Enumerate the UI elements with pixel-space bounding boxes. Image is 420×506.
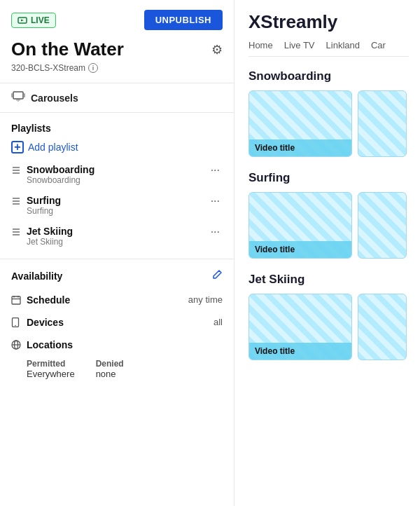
- live-label: LIVE: [31, 15, 50, 25]
- preview-section-title: Jet Skiing: [248, 273, 409, 287]
- preview-card-label: Video title: [249, 343, 351, 360]
- denied-col: Denied none: [96, 359, 124, 379]
- more-dots-icon[interactable]: ···: [208, 164, 223, 177]
- add-playlist-icon: +: [11, 141, 24, 153]
- more-dots-icon[interactable]: ···: [208, 195, 223, 207]
- locations-sub: Permitted Everywhere Denied none: [11, 357, 223, 379]
- info-icon[interactable]: i: [88, 63, 98, 73]
- avail-devices-row: Devices all: [11, 312, 223, 334]
- locations-label: Locations: [27, 339, 223, 350]
- svg-rect-15: [12, 296, 20, 304]
- list-icon: [11, 227, 21, 238]
- svg-point-20: [15, 325, 16, 327]
- availability-section: Availability Schedule any time: [0, 259, 234, 383]
- page-id-row: 320-BCLS-XStream i: [0, 63, 234, 83]
- carousels-label: Carousels: [31, 93, 78, 104]
- live-icon: [18, 15, 27, 25]
- availability-header: Availability: [11, 269, 223, 282]
- preview-card[interactable]: Video title: [248, 294, 352, 360]
- permitted-header: Permitted: [27, 359, 75, 369]
- edit-icon[interactable]: [211, 269, 223, 282]
- devices-value: all: [214, 317, 223, 327]
- playlist-item-left: Jet Skiing Jet Skiing: [11, 226, 73, 247]
- unpublish-button[interactable]: UNPUBLISH: [144, 10, 223, 30]
- preview-cards: Video title: [248, 192, 409, 259]
- carousels-icon: [11, 90, 25, 105]
- preview-cards: Video title: [248, 294, 409, 360]
- nav-car[interactable]: Car: [371, 40, 386, 50]
- add-playlist-button[interactable]: + Add playlist: [11, 141, 223, 153]
- playlist-name: Surfing: [27, 195, 61, 206]
- page-title-row: On the Water ⚙: [0, 37, 234, 63]
- svg-rect-3: [24, 93, 25, 97]
- svg-rect-4: [16, 100, 20, 101]
- top-bar: LIVE UNPUBLISH: [0, 0, 234, 37]
- playlists-label: Playlists: [11, 123, 223, 134]
- preview-card-label: Video title: [249, 241, 351, 258]
- carousels-section-header[interactable]: Carousels: [0, 83, 234, 112]
- nav-livetv[interactable]: Live TV: [284, 40, 315, 50]
- playlist-sub: Jet Skiing: [27, 237, 73, 247]
- playlist-sub: Snowboarding: [27, 175, 94, 185]
- preview-sections: SnowboardingVideo titleSurfingVideo titl…: [248, 69, 409, 360]
- list-icon: [11, 196, 21, 207]
- avail-locations-row: Locations: [11, 334, 223, 357]
- page-title: On the Water: [11, 39, 124, 60]
- playlist-text: Surfing Surfing: [27, 195, 61, 216]
- playlist-item[interactable]: Snowboarding Snowboarding ···: [11, 159, 223, 190]
- playlist-text: Snowboarding Snowboarding: [27, 164, 94, 185]
- playlist-item[interactable]: Surfing Surfing ···: [11, 190, 223, 221]
- availability-label: Availability: [11, 271, 62, 282]
- list-icon: [11, 165, 21, 177]
- playlist-item-left: Surfing Surfing: [11, 195, 61, 216]
- playlist-sub: Surfing: [27, 206, 61, 216]
- denied-header: Denied: [96, 359, 124, 369]
- playlists-container: Snowboarding Snowboarding ··· Surfing Su…: [11, 159, 223, 252]
- schedule-value: any time: [188, 294, 223, 305]
- permitted-value: Everywhere: [27, 369, 75, 379]
- playlists-section: Playlists + Add playlist Snowboarding Sn…: [0, 113, 234, 256]
- playlist-item[interactable]: Jet Skiing Jet Skiing ···: [11, 221, 223, 252]
- playlist-text: Jet Skiing Jet Skiing: [27, 226, 73, 247]
- playlist-item-left: Snowboarding Snowboarding: [11, 164, 94, 185]
- right-panel: XStreamly Home Live TV Linkland Car Snow…: [234, 0, 420, 506]
- preview-card[interactable]: Video title: [248, 192, 352, 259]
- live-badge: LIVE: [11, 13, 56, 28]
- nav-bar: Home Live TV Linkland Car: [248, 40, 409, 57]
- preview-card[interactable]: [358, 192, 407, 259]
- denied-value: none: [96, 369, 124, 379]
- preview-card[interactable]: [358, 90, 407, 157]
- svg-rect-2: [11, 93, 13, 97]
- preview-section: SurfingVideo title: [248, 171, 409, 259]
- preview-cards: Video title: [248, 90, 409, 157]
- preview-card[interactable]: Video title: [248, 90, 352, 157]
- preview-section: Jet SkiingVideo title: [248, 273, 409, 360]
- nav-home[interactable]: Home: [248, 40, 273, 50]
- devices-label: Devices: [27, 317, 214, 328]
- schedule-label: Schedule: [27, 294, 188, 306]
- permitted-col: Permitted Everywhere: [27, 359, 75, 379]
- gear-icon[interactable]: ⚙: [211, 42, 223, 57]
- page-id-text: 320-BCLS-XStream: [11, 63, 85, 73]
- globe-icon: [11, 340, 27, 352]
- preview-card-label: Video title: [249, 139, 351, 156]
- playlist-name: Jet Skiing: [27, 226, 73, 237]
- more-dots-icon[interactable]: ···: [208, 226, 223, 238]
- preview-card[interactable]: [358, 294, 407, 360]
- playlist-name: Snowboarding: [27, 164, 94, 175]
- phone-icon: [11, 317, 27, 329]
- calendar-icon: [11, 295, 27, 307]
- avail-schedule-row: Schedule any time: [11, 289, 223, 312]
- nav-linkland[interactable]: Linkland: [326, 40, 360, 50]
- add-playlist-label: Add playlist: [28, 142, 78, 153]
- app-name: XStreamly: [248, 11, 409, 33]
- preview-section-title: Surfing: [248, 171, 409, 185]
- preview-section-title: Snowboarding: [248, 69, 409, 83]
- preview-section: SnowboardingVideo title: [248, 69, 409, 157]
- left-panel: LIVE UNPUBLISH On the Water ⚙ 320-BCLS-X…: [0, 0, 234, 506]
- svg-rect-1: [13, 92, 23, 99]
